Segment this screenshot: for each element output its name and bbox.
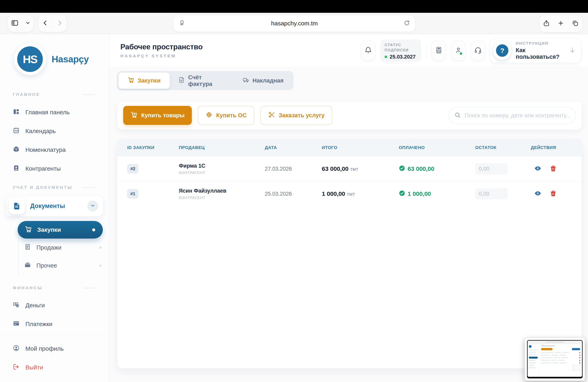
- cart-check-icon: [127, 76, 134, 85]
- sidebar-subitem-purchases[interactable]: Закупки: [18, 221, 103, 239]
- receipt-icon: [24, 243, 31, 252]
- section-dash: [83, 94, 95, 95]
- purchase-date: 27.03.2026: [265, 166, 322, 172]
- sidebar-subitem-other[interactable]: Прочее: [18, 257, 109, 274]
- online-dot: [459, 52, 463, 55]
- sidebar-item-label: Контрагенты: [25, 165, 61, 172]
- sidebar-item-payments[interactable]: Платежки: [0, 315, 109, 333]
- sidebar-menu-button[interactable]: [22, 15, 34, 32]
- tab-label: Счёт фактура: [188, 74, 226, 87]
- view-button[interactable]: [534, 190, 542, 198]
- sidebar-item-label: Календарь: [25, 128, 56, 134]
- search-box[interactable]: [448, 107, 576, 124]
- currency-label: ТМТ: [350, 167, 358, 172]
- back-button[interactable]: [38, 15, 52, 32]
- documents-collapse-button[interactable]: [87, 201, 98, 211]
- id-card-icon: [13, 164, 20, 173]
- table-row[interactable]: #1 Ясин Файзуллаев КОНТРАГЕНТ 25.03.2026…: [117, 181, 582, 206]
- total-amount: 1 000,00: [322, 191, 345, 197]
- money-icon: [13, 301, 20, 310]
- documents-label: Документы: [30, 202, 65, 210]
- sidebar: HS Hasapçy ГЛАВНОЕ Главная панель: [0, 34, 109, 382]
- scissors-tools-icon: [268, 111, 275, 120]
- order-service-button[interactable]: Заказать услугу: [260, 106, 332, 125]
- paid-amount: 1 000,00: [408, 191, 431, 197]
- tab-purchases[interactable]: Закупки: [118, 73, 170, 89]
- currency-label: ТМТ: [347, 192, 355, 197]
- tab-label: Закупки: [138, 77, 161, 84]
- bell-icon: [364, 46, 372, 55]
- sidebar-item-counterparties[interactable]: Контрагенты: [0, 159, 109, 178]
- delete-button[interactable]: [550, 190, 557, 198]
- tab-waybill[interactable]: Накладная: [234, 73, 292, 89]
- table-row[interactable]: #2 Фирма 1С КОНТРАГЕНТ 27.03.2026 63 000…: [117, 156, 582, 181]
- subscription-status-card: СТАТУС ПОДПИСКИ 25.03.2027: [381, 39, 421, 62]
- sidebar-item-dashboard[interactable]: Главная панель: [0, 103, 109, 122]
- sidebar-item-profile[interactable]: Мой профиль: [0, 339, 109, 358]
- sidebar-item-nomenclature[interactable]: Номенклатура: [0, 140, 109, 159]
- column-header: ДЕЙСТВИЯ: [531, 145, 582, 150]
- delete-button[interactable]: [550, 165, 557, 173]
- section-label-main: ГЛАВНОЕ: [13, 92, 95, 97]
- screenshot-preview-thumbnail[interactable]: [525, 338, 585, 381]
- section-dash: [83, 287, 95, 288]
- inactive-dot: [99, 265, 102, 267]
- sidebar-item-label: Главная панель: [25, 109, 70, 116]
- share-button[interactable]: [539, 15, 554, 32]
- seller-name: Ясин Файзуллаев: [179, 188, 265, 194]
- buy-os-button[interactable]: Купить ОС: [198, 106, 254, 125]
- sidebar-toggle-button[interactable]: [8, 15, 22, 32]
- sidebar-item-calendar[interactable]: Календарь: [0, 122, 109, 140]
- sidebar-item-logout[interactable]: Выйти: [0, 358, 109, 377]
- page-subtitle: HASAPÇY SYSTEM: [120, 54, 203, 58]
- notifications-button[interactable]: [361, 40, 375, 60]
- reader-icon[interactable]: [179, 20, 185, 27]
- headset-icon: [474, 46, 482, 55]
- view-button[interactable]: [534, 165, 542, 173]
- reload-icon[interactable]: [404, 20, 410, 27]
- search-input[interactable]: [465, 112, 570, 119]
- support-button[interactable]: [471, 40, 485, 60]
- tab-invoice[interactable]: Счёт фактура: [170, 73, 234, 89]
- subscription-date: 25.03.2027: [390, 54, 416, 60]
- rest-amount: 0,00: [475, 188, 508, 199]
- page-header: Рабочее пространство HASAPÇY SYSTEM СТАТ…: [109, 34, 588, 67]
- plus-icon: [557, 20, 564, 27]
- button-label: Купить ОС: [216, 112, 247, 119]
- back-icon: [42, 19, 49, 27]
- cart-icon: [25, 226, 32, 234]
- header-divider: [426, 44, 426, 57]
- column-header: ОСТАТОК: [475, 145, 531, 150]
- rest-amount: 0,00: [475, 163, 508, 174]
- total-amount: 63 000,00: [322, 165, 348, 172]
- calculator-button[interactable]: [432, 40, 446, 60]
- sidebar-item-label: Мой профиль: [25, 345, 63, 352]
- profile-icon: [13, 344, 20, 353]
- truck-icon: [243, 76, 249, 85]
- instruction-label: ИНСТРУКЦИЯ: [516, 41, 569, 46]
- active-dot: [92, 228, 95, 231]
- new-tab-button[interactable]: [554, 15, 568, 32]
- nav-buttons-group: [38, 15, 67, 32]
- buy-goods-button[interactable]: Купить товары: [123, 106, 192, 125]
- address-bar[interactable]: hasapchy.com.tm: [174, 15, 415, 32]
- status-green-dot: [385, 56, 387, 58]
- sidebar-item-money[interactable]: Деньги: [0, 296, 109, 315]
- forward-button[interactable]: [53, 15, 67, 32]
- purchase-id-badge: #2: [127, 164, 138, 174]
- user-status-button[interactable]: [451, 40, 466, 60]
- sidebar-subitem-sales[interactable]: Продажи: [18, 239, 109, 257]
- sidebar-subitem-label: Прочее: [36, 262, 57, 269]
- tab-overview-button[interactable]: [568, 15, 582, 32]
- sidebar-subitem-label: Закупки: [37, 226, 61, 233]
- sidebar-item-documents[interactable]: Документы: [6, 195, 103, 217]
- sidebar-divider: [0, 335, 109, 336]
- instruction-card[interactable]: ? ИНСТРУКЦИЯ Как пользоваться?: [490, 38, 581, 63]
- preview-frame: [527, 340, 583, 378]
- button-label: Заказать услугу: [279, 112, 325, 119]
- sidebar-subitem-label: Продажи: [36, 244, 62, 251]
- column-header: ИТОГО: [322, 145, 399, 150]
- check-circle-icon: [399, 165, 405, 173]
- sidebar-toggle-group: [8, 15, 34, 32]
- sidebar-item-label: Платежки: [25, 321, 52, 327]
